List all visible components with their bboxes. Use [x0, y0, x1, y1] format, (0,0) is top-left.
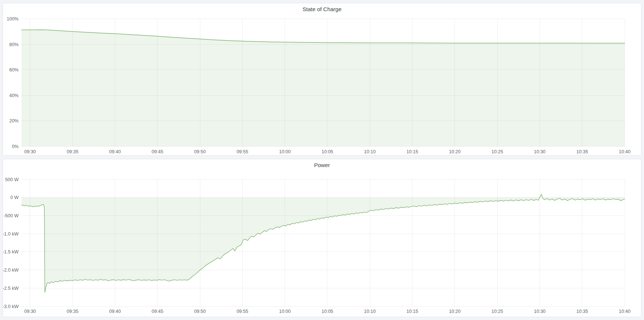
x-tick-label: 09:40: [109, 149, 121, 154]
y-tick-label: 100%: [7, 16, 19, 22]
x-tick-label: 09:45: [152, 149, 163, 154]
y-tick-label: 60%: [9, 67, 19, 73]
x-tick-label: 10:10: [364, 149, 376, 154]
series-area-fill: [22, 194, 625, 292]
x-tick-label: 10:20: [449, 149, 460, 154]
y-tick-label: 80%: [9, 42, 19, 47]
x-tick-label: 09:55: [237, 149, 248, 154]
panel-state-of-charge: State of Charge 100%80%60%40%20%0%09:300…: [3, 3, 641, 156]
x-tick-label: 10:40: [619, 309, 630, 314]
x-tick-label: 10:20: [449, 309, 460, 314]
panel-power: Power 500 W0 W-500 W-1.0 kW-1.5 kW-2.0 k…: [3, 159, 641, 317]
x-tick-label: 10:10: [364, 309, 376, 314]
state-of-charge-chart-canvas[interactable]: 100%80%60%40%20%0%09:3009:3509:4009:4509…: [3, 3, 640, 155]
y-tick-label: 20%: [9, 118, 19, 124]
y-tick-label: -2.0 kW: [3, 268, 19, 273]
x-tick-label: 10:00: [279, 309, 291, 314]
x-tick-label: 09:35: [67, 309, 78, 314]
x-tick-label: 10:05: [321, 309, 333, 314]
x-tick-label: 10:30: [534, 309, 546, 314]
y-tick-label: -1.5 kW: [3, 249, 19, 255]
y-tick-label: 0 W: [10, 195, 19, 200]
x-tick-label: 09:50: [194, 309, 206, 314]
x-tick-label: 09:40: [109, 309, 121, 314]
x-tick-label: 10:30: [534, 149, 546, 154]
y-tick-label: -500 W: [4, 213, 19, 218]
x-tick-label: 10:25: [491, 309, 503, 314]
x-tick-label: 09:30: [24, 309, 36, 314]
x-tick-label: 09:30: [24, 149, 36, 154]
y-tick-label: 500 W: [5, 177, 19, 182]
x-tick-label: 09:45: [152, 309, 163, 314]
y-tick-label: 40%: [9, 93, 19, 98]
x-tick-label: 10:15: [407, 309, 418, 314]
x-tick-label: 10:05: [321, 149, 333, 154]
dashboard: { "accent_colors": { "series_green": "#7…: [0, 0, 644, 320]
y-tick-label: -2.5 kW: [3, 286, 19, 291]
series-area-fill: [22, 30, 625, 147]
x-tick-label: 09:50: [194, 149, 206, 154]
power-chart-canvas[interactable]: 500 W0 W-500 W-1.0 kW-1.5 kW-2.0 kW-2.5 …: [3, 159, 640, 317]
x-tick-label: 10:00: [279, 149, 291, 154]
x-tick-label: 09:55: [237, 309, 248, 314]
x-tick-label: 10:25: [491, 149, 503, 154]
x-tick-label: 10:40: [619, 149, 630, 154]
y-tick-label: 0%: [12, 144, 19, 149]
x-tick-label: 10:35: [576, 149, 588, 154]
y-tick-label: -3.0 kW: [3, 304, 19, 309]
y-tick-label: -1.0 kW: [3, 231, 19, 237]
x-tick-label: 09:35: [67, 149, 78, 154]
x-tick-label: 10:15: [407, 149, 418, 154]
x-tick-label: 10:35: [576, 309, 588, 314]
